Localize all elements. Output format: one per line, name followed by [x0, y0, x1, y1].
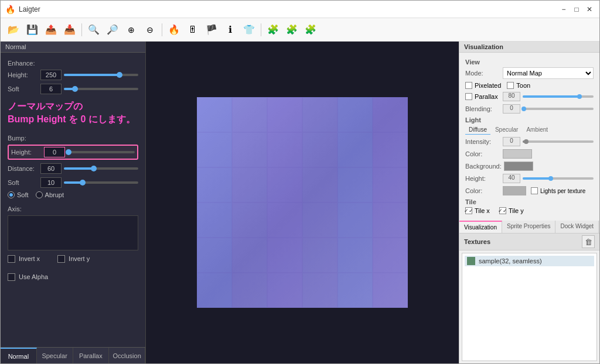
tshirt-button[interactable]: 👕 — [241, 22, 257, 38]
tile-y-check[interactable]: ✓ Tile y — [499, 207, 524, 214]
pixelated-check[interactable]: Pixelated — [465, 82, 501, 89]
bump-height-slider-thumb — [66, 149, 71, 155]
height-input[interactable] — [40, 70, 62, 80]
axis-display — [8, 215, 138, 250]
main-window: 🔥 Laigter − □ ✕ 📂 💾 📤 📥 🔍 🔎 ⊕ ⊖ 🔥 🎚 🏴 ℹ … — [0, 0, 600, 364]
zoom-fit-button[interactable]: ⊕ — [123, 22, 139, 38]
distance-slider-track[interactable] — [64, 167, 138, 170]
nm-cell — [197, 238, 232, 273]
parallax-fill — [523, 95, 579, 98]
intensity-slider[interactable] — [523, 140, 594, 143]
toon-checkbox[interactable] — [507, 82, 514, 89]
separator-1 — [81, 23, 82, 36]
tile-x-checkbox[interactable]: ✓ — [465, 207, 472, 214]
plugin1-button[interactable]: 🧩 — [265, 22, 281, 38]
height-slider-track[interactable] — [64, 74, 138, 76]
nm-cell — [338, 202, 373, 238]
soft-input[interactable] — [40, 84, 62, 94]
lcolor-label: Color: — [465, 187, 500, 194]
tile-y-checkbox[interactable]: ✓ — [499, 207, 506, 214]
zoom-in-button[interactable]: 🔍 — [86, 22, 102, 38]
nm-cell — [373, 132, 408, 167]
fire-button[interactable]: 🔥 — [166, 22, 182, 38]
view-subheader: View — [465, 59, 594, 66]
soft2-slider-track[interactable] — [64, 181, 138, 184]
parallax-check[interactable]: Parallax — [465, 93, 500, 100]
background-swatch[interactable] — [504, 162, 533, 171]
mode-select[interactable]: Normal Map Specular Map Parallax Map Occ… — [503, 67, 594, 79]
rp-tab-sprite[interactable]: Sprite Properties — [502, 221, 555, 233]
export-button[interactable]: 📤 — [43, 22, 59, 38]
invert-x-row[interactable]: Invert x — [8, 255, 40, 263]
lights-per-texture-checkbox[interactable] — [531, 187, 538, 194]
invert-x-checkbox[interactable] — [8, 255, 15, 263]
sliders-button[interactable]: 🎚 — [185, 22, 201, 38]
delete-texture-button[interactable]: 🗑 — [582, 235, 595, 248]
rp-tab-visualization[interactable]: Visualization — [459, 221, 502, 233]
diffuse-tab[interactable]: Diffuse — [465, 125, 490, 135]
zoom-out-button[interactable]: 🔎 — [104, 22, 121, 38]
soft-abrupt-group: Soft Abrupt — [8, 191, 138, 198]
open-button[interactable]: 📂 — [5, 22, 22, 38]
parallax-slider[interactable] — [523, 95, 594, 98]
background-row: Background: — [465, 162, 594, 171]
tab-occlusion[interactable]: Occlusion — [109, 348, 145, 363]
flag-button[interactable]: 🏴 — [203, 22, 220, 38]
import-button[interactable]: 📥 — [62, 22, 78, 38]
blending-thumb — [521, 107, 526, 111]
rp-tab-dock[interactable]: Dock Widget — [555, 221, 599, 233]
texture-item[interactable]: sample(32, seamless) — [465, 256, 594, 266]
blending-slider[interactable] — [523, 108, 594, 110]
textures-title: Textures — [464, 238, 490, 245]
soft-slider-track[interactable] — [64, 88, 138, 90]
lcolor-swatch[interactable] — [503, 186, 526, 195]
tab-specular[interactable]: Specular — [37, 348, 73, 363]
info-button[interactable]: ℹ — [222, 22, 238, 38]
radio-abrupt[interactable]: Abrupt — [36, 191, 64, 198]
minimize-button[interactable]: − — [558, 4, 569, 15]
nm-cell — [197, 167, 232, 202]
distance-row: Distance: — [8, 163, 138, 174]
nm-cell — [302, 273, 338, 308]
tab-parallax[interactable]: Parallax — [73, 348, 110, 363]
specular-tab[interactable]: Specular — [492, 125, 521, 135]
save-button[interactable]: 💾 — [24, 22, 40, 38]
use-alpha-checkbox[interactable] — [8, 273, 15, 281]
close-button[interactable]: ✕ — [584, 4, 595, 15]
radio-soft[interactable]: Soft — [8, 191, 29, 198]
bump-height-slider-track[interactable] — [67, 151, 135, 153]
app-title: Laigter — [19, 5, 40, 13]
left-panel-content: Enhance: Height: Soft — [1, 53, 145, 347]
nm-cell — [373, 238, 408, 273]
bump-height-input[interactable] — [44, 147, 65, 157]
canvas-area — [146, 42, 459, 363]
soft2-input[interactable] — [40, 177, 62, 188]
nm-cell — [338, 273, 373, 308]
intensity-thumb — [524, 139, 529, 144]
textures-header: Textures 🗑 — [459, 233, 599, 250]
nm-cell — [267, 202, 302, 238]
tile-x-check[interactable]: ✓ Tile x — [465, 207, 490, 214]
plugin3-button[interactable]: 🧩 — [302, 22, 319, 38]
left-panel-tabs: Normal Specular Parallax Occlusion — [1, 347, 145, 363]
zoom-minus-button[interactable]: ⊖ — [142, 22, 158, 38]
lights-per-texture-check[interactable]: Lights per texture — [531, 187, 585, 194]
lheight-slider[interactable] — [523, 177, 594, 180]
invert-y-checkbox[interactable] — [57, 255, 65, 263]
lcolor-row: Color: Lights per texture — [465, 186, 594, 195]
parallax-row: Parallax 80 — [465, 92, 594, 101]
color-swatch[interactable] — [503, 149, 532, 159]
plugin2-button[interactable]: 🧩 — [284, 22, 300, 38]
invert-y-row[interactable]: Invert y — [57, 255, 90, 263]
toon-check[interactable]: Toon — [507, 82, 530, 89]
ambient-tab[interactable]: Ambient — [523, 125, 551, 135]
nm-cell — [232, 202, 267, 238]
distance-slider-thumb — [91, 166, 97, 171]
use-alpha-row[interactable]: Use Alpha — [8, 273, 138, 281]
tab-normal[interactable]: Normal — [1, 348, 37, 363]
distance-input[interactable] — [40, 163, 62, 174]
parallax-checkbox[interactable] — [465, 93, 472, 100]
maximize-button[interactable]: □ — [571, 4, 582, 15]
invert-x-label: Invert x — [19, 255, 40, 262]
pixelated-checkbox[interactable] — [465, 82, 472, 89]
